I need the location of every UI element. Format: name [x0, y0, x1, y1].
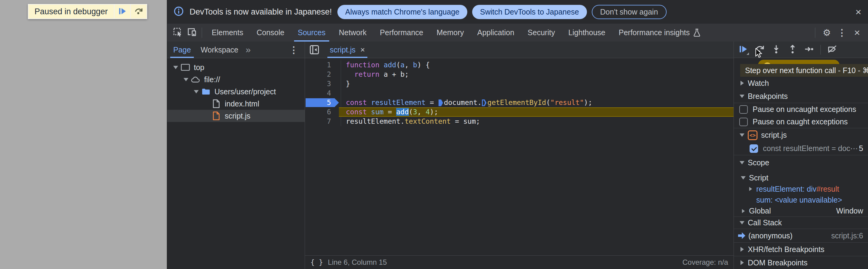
code-line-5[interactable]: 5const resultElement = document.getEleme… [305, 98, 734, 107]
tab-application[interactable]: Application [471, 24, 521, 42]
step-over-next-call-button[interactable] [130, 4, 147, 19]
notification-button[interactable]: Don't show again [592, 5, 666, 19]
device-toolbar-button[interactable] [185, 26, 199, 40]
inline-breakpoint-marker-icon[interactable] [482, 100, 486, 106]
scope-group-script[interactable]: Script [734, 172, 868, 184]
chevron-down-icon [741, 176, 746, 180]
resume-button[interactable] [736, 43, 751, 57]
dom-breakpoints-label: DOM Breakpoints [748, 259, 807, 267]
more-tabs-chevron-icon[interactable]: » [246, 45, 251, 55]
breakpoint-gutter-marker[interactable]: 5 [305, 98, 339, 107]
line-number-gutter[interactable]: 2 [305, 70, 339, 79]
line-number-gutter[interactable]: 4 [305, 88, 339, 98]
inline-breakpoint-marker-icon[interactable] [438, 100, 443, 106]
settings-gear-icon[interactable]: ⚙ [820, 26, 834, 39]
frame-name: (anonymous) [748, 232, 793, 240]
scope-group-global[interactable]: Global Window [734, 205, 868, 217]
section-scope[interactable]: Scope [734, 156, 868, 169]
chevron-down-icon [740, 221, 744, 224]
scope-var-sum[interactable]: sum: <value unavailable> [734, 194, 868, 205]
breakpoint-group-scriptjs[interactable]: <> script.js [734, 128, 868, 142]
frame-location: script.js:6 [831, 232, 868, 240]
code-line-4[interactable]: 4 [305, 88, 734, 98]
chevron-down-icon[interactable] [172, 66, 180, 69]
step-button[interactable] [802, 43, 816, 57]
line-number-gutter[interactable]: 6 [305, 107, 339, 117]
tab-workspace[interactable]: Workspace [196, 42, 243, 58]
notification-close-button[interactable]: × [855, 7, 861, 17]
tab-label: Security [528, 28, 555, 37]
code-line-1[interactable]: 1function add(a, b) { [305, 60, 734, 70]
notification-button[interactable]: Switch DevTools to Japanese [472, 5, 587, 19]
resume-script-button[interactable] [114, 4, 130, 19]
tab-performance-insights[interactable]: Performance insights [612, 24, 708, 42]
pretty-print-icon[interactable]: { } [310, 259, 323, 266]
code-line-2[interactable]: 2 return a + b; [305, 70, 734, 79]
tab-elements[interactable]: Elements [205, 24, 250, 42]
var-value-id: #result [816, 185, 839, 193]
tab-page[interactable]: Page [168, 42, 196, 58]
more-menu-icon[interactable]: ⋮ [835, 26, 848, 39]
tab-performance[interactable]: Performance [373, 24, 430, 42]
tab-memory[interactable]: Memory [430, 24, 470, 42]
file-tree: topfile://Users/user/projectindex.htmlsc… [167, 58, 305, 122]
script-scope-label: Script [749, 173, 768, 182]
breakpoint-entry-checkbox[interactable] [750, 144, 758, 153]
line-number-gutter[interactable]: 1 [305, 60, 339, 70]
section-watch[interactable]: Watch [734, 76, 868, 90]
devtools-close-icon[interactable]: × [850, 26, 864, 39]
tab-label: Sources [298, 28, 326, 37]
inspect-element-button[interactable] [171, 26, 185, 40]
step-over-tooltip: Step over next function call - F10 - ⌘ ' [740, 64, 868, 77]
notification-button[interactable]: Always match Chrome's language [337, 5, 467, 19]
navigator-more-menu-icon[interactable]: ⋮ [287, 43, 301, 56]
section-dom-breakpoints[interactable]: DOM Breakpoints [734, 256, 868, 269]
collapse-sidebar-icon[interactable] [309, 44, 320, 55]
chevron-down-icon[interactable] [192, 90, 200, 93]
tab-lighthouse[interactable]: Lighthouse [561, 24, 612, 42]
pause-caught-checkbox[interactable] [739, 118, 748, 126]
editor-tab-close-icon[interactable]: × [361, 45, 365, 55]
tree-item-top[interactable]: top [167, 61, 305, 73]
notification-buttons: Always match Chrome's languageSwitch Dev… [337, 5, 666, 19]
scope-var-resultelement[interactable]: resultElement: div#result [734, 184, 868, 194]
code-line-3[interactable]: 3} [305, 79, 734, 88]
editor-tab-bar: script.js × [305, 42, 734, 58]
toolbar-separator [202, 28, 202, 38]
pause-caught-label: Pause on caught exceptions [753, 117, 848, 126]
chevron-right-icon [742, 209, 744, 213]
editor-tab-scriptjs[interactable]: script.js × [324, 42, 370, 58]
sources-navigator-pane: Page Workspace » ⋮ topfile://Users/user/… [167, 42, 305, 269]
tab-console[interactable]: Console [250, 24, 291, 42]
line-number-gutter[interactable]: 7 [305, 117, 339, 126]
code-editor[interactable]: 1function add(a, b) {2 return a + b;3}45… [305, 58, 734, 255]
step-icon [804, 44, 814, 55]
tree-item-index-html[interactable]: index.html [167, 98, 305, 110]
section-call-stack[interactable]: Call Stack [734, 217, 868, 229]
pause-uncaught-checkbox[interactable] [739, 105, 748, 114]
breakpoint-entry[interactable]: const resultElement = doc⋯ 5 [734, 142, 868, 155]
step-out-button[interactable] [785, 43, 800, 57]
source-editor-pane: script.js × 1function add(a, b) {2 retur… [305, 42, 734, 269]
chevron-down-icon[interactable] [182, 78, 190, 81]
chevron-down-icon [740, 133, 744, 137]
tree-item-users-user-project[interactable]: Users/user/project [167, 85, 305, 98]
pause-uncaught-label: Pause on uncaught exceptions [753, 105, 856, 114]
tab-security[interactable]: Security [521, 24, 561, 42]
tab-network[interactable]: Network [332, 24, 373, 42]
step-out-icon [787, 44, 798, 55]
tab-sources[interactable]: Sources [291, 24, 332, 42]
devtools-content: Page Workspace » ⋮ topfile://Users/user/… [167, 42, 868, 269]
tree-item-script-js[interactable]: script.js [167, 110, 305, 122]
deactivate-breakpoints-button[interactable] [825, 43, 840, 57]
step-into-button[interactable] [769, 43, 783, 57]
paused-in-debugger-overlay: Paused in debugger [28, 4, 147, 19]
call-stack-frame[interactable]: (anonymous) script.js:6 [734, 229, 868, 243]
notification-message: DevTools is now available in Japanese! [190, 7, 332, 17]
tree-item-file-[interactable]: file:// [167, 73, 305, 85]
section-xhr-breakpoints[interactable]: XHR/fetch Breakpoints [734, 243, 868, 256]
line-number-gutter[interactable]: 3 [305, 79, 339, 88]
code-line-6[interactable]: 6const sum = add(3, 4); [305, 107, 734, 117]
code-line-7[interactable]: 7resultElement.textContent = sum; [305, 117, 734, 126]
section-breakpoints[interactable]: Breakpoints [734, 90, 868, 103]
